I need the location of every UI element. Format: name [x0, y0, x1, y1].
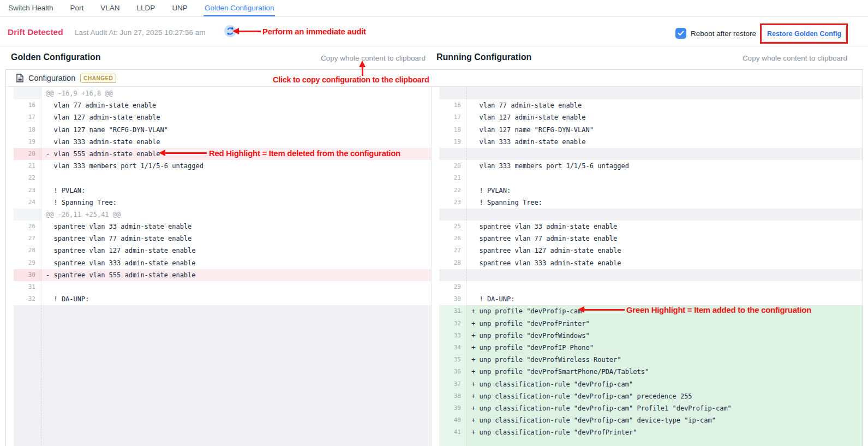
diff-row-ctx: 18 vlan 127 name "RCFG-DYN-VLAN" — [6, 124, 431, 136]
row-margin — [6, 330, 14, 342]
golden-copy-to-clipboard-link[interactable]: Copy whole content to clipboard — [321, 54, 426, 62]
line-number: 33 — [439, 330, 467, 342]
line-number: 28 — [14, 245, 41, 257]
row-margin — [6, 209, 14, 221]
row-margin — [6, 124, 14, 136]
line-number: 31 — [439, 305, 467, 317]
line-number: 23 — [14, 185, 41, 197]
tab-port[interactable]: Port — [69, 0, 85, 16]
line-content: spantree vlan 333 admin-state enable — [467, 257, 863, 269]
line-number: 23 — [439, 197, 467, 209]
line-number — [14, 390, 41, 402]
diff-row-filler — [432, 209, 863, 221]
diff-row-filler — [6, 378, 431, 390]
diff-row-ctx: 17 vlan 127 admin-state enable — [6, 111, 431, 123]
line-content: + unp profile "devProfWindows" — [467, 330, 863, 342]
line-number: 17 — [439, 111, 467, 123]
line-number: 32 — [14, 293, 41, 305]
row-margin — [432, 426, 439, 438]
diff-row-ctx: 31 — [6, 281, 431, 293]
panel-title: Configuration — [28, 74, 75, 82]
line-number — [14, 87, 41, 99]
line-number: 31 — [14, 281, 41, 293]
line-content: vlan 333 members port 1/1/5-6 untagged — [467, 160, 863, 172]
diff-row-filler — [6, 305, 431, 317]
line-content — [41, 172, 431, 184]
row-margin — [432, 209, 439, 221]
tab-lldp[interactable]: LLDP — [136, 0, 157, 16]
line-number: 30 — [14, 269, 41, 281]
row-margin — [432, 111, 439, 123]
line-number: 21 — [14, 160, 41, 172]
line-content: vlan 127 admin-state enable — [41, 111, 431, 123]
row-margin — [432, 330, 439, 342]
row-margin — [6, 354, 14, 366]
row-margin — [6, 426, 14, 438]
diff-row-filler — [6, 342, 431, 354]
line-number — [14, 402, 41, 414]
diff-row-filler — [6, 330, 431, 342]
line-content: vlan 333 admin-state enable — [41, 136, 431, 148]
golden-diff-pane: @@ -16,9 +16,8 @@16 vlan 77 admin-state … — [6, 87, 431, 446]
tab-bar: Switch HealthPortVLANLLDPUNPGolden Confi… — [0, 0, 868, 17]
line-content: @@ -16,9 +16,8 @@ — [41, 87, 431, 99]
diff-row-ctx: 23 ! PVLAN: — [6, 185, 431, 197]
audit-header-bar: Drift Detected Last Audit At: Jun 27, 20… — [0, 17, 868, 46]
line-content — [41, 330, 431, 342]
line-content: + unp profile "devProfWireless-Router" — [467, 354, 863, 366]
row-margin — [432, 342, 439, 354]
line-content: vlan 333 members port 1/1/5-6 untagged — [41, 160, 431, 172]
row-margin — [6, 245, 14, 257]
diff-row-ctx: 26 spantree vlan 77 admin-state enable — [432, 233, 863, 245]
line-number: 32 — [439, 318, 467, 330]
line-content: ! PVLAN: — [41, 185, 431, 197]
diff-row-ctx: 22 — [6, 172, 431, 184]
tab-golden-configuration[interactable]: Golden Configuration — [203, 0, 276, 16]
line-content — [41, 402, 431, 414]
line-content — [41, 281, 431, 293]
tab-switch-health[interactable]: Switch Health — [7, 0, 55, 16]
reboot-after-restore-checkbox[interactable] — [675, 28, 686, 39]
diff-row-ctx: 17 vlan 127 admin-state enable — [432, 111, 863, 123]
line-content — [41, 438, 431, 446]
line-number — [14, 305, 41, 317]
line-content: + unp classification-rule "devProfip-cam… — [467, 378, 863, 390]
line-number — [439, 438, 467, 446]
diff-row-ctx: 20 vlan 333 members port 1/1/5-6 untagge… — [432, 160, 863, 172]
line-content: ! Spanning Tree: — [41, 197, 431, 209]
diff-row-ctx: 16 vlan 77 admin-state enable — [432, 99, 863, 111]
line-content — [467, 438, 863, 446]
running-copy-to-clipboard-link[interactable]: Copy whole content to clipboard — [743, 54, 847, 62]
diff-row-ctx: 29 — [432, 281, 863, 293]
row-margin — [432, 172, 439, 184]
line-content: ! PVLAN: — [467, 185, 863, 197]
row-margin — [6, 99, 14, 111]
row-margin — [432, 390, 439, 402]
line-number — [439, 148, 467, 160]
tab-vlan[interactable]: VLAN — [99, 0, 121, 16]
diff-row-ctx: 30 ! DA-UNP: — [432, 293, 863, 305]
row-margin — [432, 221, 439, 233]
drift-status: Drift Detected — [8, 27, 63, 37]
diff-row-add: 34+ unp profile "devProfIP-Phone" — [432, 342, 863, 354]
diff-row-ctx: 27 spantree vlan 77 admin-state enable — [6, 233, 431, 245]
tab-unp[interactable]: UNP — [171, 0, 189, 16]
diff-row-add: 39+ unp classification-rule "devProfip-c… — [432, 402, 863, 414]
diff-table: @@ -16,9 +16,8 @@16 vlan 77 admin-state … — [6, 87, 863, 446]
diff-row-ctx: 19 vlan 333 admin-state enable — [6, 136, 431, 148]
row-margin — [6, 148, 14, 160]
line-content — [41, 426, 431, 438]
line-number — [14, 426, 41, 438]
row-margin — [432, 136, 439, 148]
line-number: 18 — [439, 124, 467, 136]
row-margin — [6, 390, 14, 402]
line-number: 34 — [439, 342, 467, 354]
diff-row-ctx: 16 vlan 77 admin-state enable — [6, 99, 431, 111]
restore-golden-config-button[interactable]: Restore Golden Config — [763, 26, 846, 42]
row-margin — [432, 160, 439, 172]
golden-configuration-title: Golden Configuration — [11, 52, 100, 62]
line-content: vlan 127 admin-state enable — [467, 111, 863, 123]
line-content: vlan 77 admin-state enable — [41, 99, 431, 111]
line-content — [41, 414, 431, 426]
diff-row-del: 30- spantree vlan 555 admin-state enable — [6, 269, 431, 281]
